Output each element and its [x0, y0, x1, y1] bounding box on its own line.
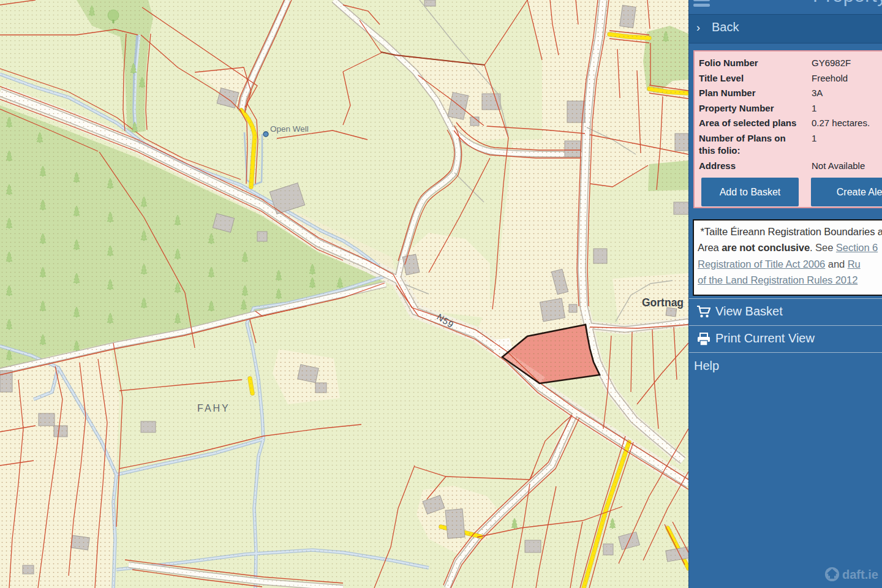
svg-text:Open Well: Open Well	[270, 124, 309, 134]
svg-text:Gortnag: Gortnag	[642, 296, 684, 309]
svg-text:FAHY: FAHY	[197, 403, 230, 413]
